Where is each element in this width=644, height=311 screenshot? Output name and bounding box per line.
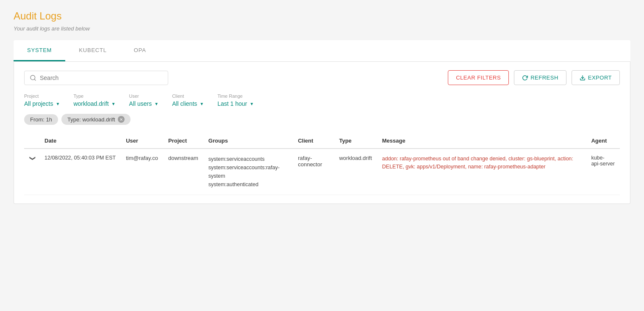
row-client: rafay-connector [293, 149, 334, 195]
filter-time-select[interactable]: Last 1 hour ▼ [217, 100, 254, 107]
col-message: Message [377, 133, 586, 149]
audit-logs-table: Date User Project Groups Client Type Mes… [24, 133, 620, 195]
filter-project: Project All projects ▼ [24, 94, 60, 107]
filter-time-range: Time Range Last 1 hour ▼ [217, 94, 254, 107]
active-filters: From: 1h Type: workload.drift ✕ [24, 114, 620, 125]
col-user: User [121, 133, 163, 149]
filter-project-label: Project [24, 94, 60, 99]
filter-user-select[interactable]: All users ▼ [129, 100, 159, 107]
row-user: tim@rafay.co [121, 149, 163, 195]
filter-type: Type workload.drift ▼ [73, 94, 115, 107]
filter-project-select[interactable]: All projects ▼ [24, 100, 60, 107]
chevron-down-icon: ▼ [250, 102, 254, 106]
chevron-down-icon[interactable]: ❮ [28, 156, 35, 161]
col-agent: Agent [586, 133, 620, 149]
chevron-down-icon: ▼ [56, 102, 60, 106]
export-icon [580, 75, 586, 81]
row-expand-cell[interactable]: ❮ [24, 149, 39, 195]
search-input[interactable] [40, 74, 163, 81]
content-card: CLEAR FILTERS REFRESH EXPORT Proje [14, 62, 630, 204]
chip-type: Type: workload.drift ✕ [61, 114, 130, 125]
table-wrapper: Date User Project Groups Client Type Mes… [24, 133, 620, 195]
row-groups: system:serviceaccountssystem:serviceacco… [203, 149, 293, 195]
chevron-down-icon: ▼ [111, 102, 116, 106]
row-type: workload.drift [334, 149, 377, 195]
filter-user: User All users ▼ [129, 94, 159, 107]
chip-type-close[interactable]: ✕ [118, 116, 125, 123]
chevron-down-icon: ▼ [154, 102, 158, 106]
col-date: Date [39, 133, 121, 149]
page-title: Audit Logs [14, 10, 630, 22]
filter-client-label: Client [172, 94, 204, 99]
tab-opa[interactable]: OPA [120, 40, 160, 61]
row-date: 12/08/2022, 05:40:03 PM EST [39, 149, 121, 195]
page-subtitle: Your audit logs are listed below [14, 25, 630, 32]
export-button[interactable]: EXPORT [572, 70, 620, 85]
tab-system[interactable]: SYSTEM [14, 40, 65, 61]
col-client: Client [293, 133, 334, 149]
tabs-bar: SYSTEM KUBECTL OPA [14, 40, 630, 62]
filter-type-select[interactable]: workload.drift ▼ [73, 100, 115, 107]
table-row: ❮12/08/2022, 05:40:03 PM ESTtim@rafay.co… [24, 149, 620, 195]
filters-row: Project All projects ▼ Type workload.dri… [24, 94, 620, 107]
col-project: Project [163, 133, 203, 149]
refresh-icon [522, 75, 528, 81]
search-icon [30, 74, 36, 81]
toolbar: CLEAR FILTERS REFRESH EXPORT [24, 70, 620, 85]
clear-filters-button[interactable]: CLEAR FILTERS [448, 70, 509, 85]
row-message: addon: rafay-prometheus out of band chan… [377, 149, 586, 195]
col-groups: Groups [203, 133, 293, 149]
filter-client: Client All clients ▼ [172, 94, 204, 107]
row-agent: kube-api-server [586, 149, 620, 195]
chevron-down-icon: ▼ [200, 102, 204, 106]
table-header-row: Date User Project Groups Client Type Mes… [24, 133, 620, 149]
svg-line-1 [34, 79, 36, 80]
tab-kubectl[interactable]: KUBECTL [65, 40, 120, 61]
chip-from: From: 1h [24, 114, 58, 125]
filter-time-label: Time Range [217, 94, 254, 99]
col-type: Type [334, 133, 377, 149]
filter-type-label: Type [73, 94, 115, 99]
col-expand [24, 133, 39, 149]
search-wrapper [24, 71, 168, 85]
row-project: downstream [163, 149, 203, 195]
filter-user-label: User [129, 94, 159, 99]
filter-client-select[interactable]: All clients ▼ [172, 100, 204, 107]
refresh-button[interactable]: REFRESH [514, 70, 566, 85]
